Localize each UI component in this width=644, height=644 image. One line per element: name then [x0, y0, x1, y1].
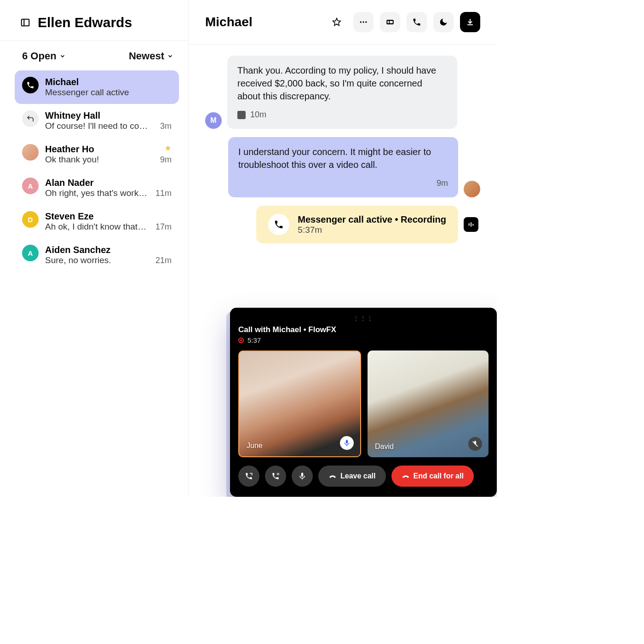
conversation-item[interactable]: Heather Ho Ok thank you! ★ 9m — [15, 138, 179, 171]
participant-tile[interactable]: June — [238, 351, 361, 457]
conversation-item[interactable]: Whitney Hall Of course! I'll need to co…… — [15, 104, 179, 138]
conversation-title: Michael — [205, 15, 320, 29]
panel-icon[interactable] — [20, 17, 30, 28]
ellipsis-icon — [359, 17, 368, 27]
conversation-preview: Sure, no worries. — [45, 255, 172, 265]
archive-icon — [466, 17, 475, 27]
conversation-preview: Ah ok, I didn't know that… — [45, 222, 172, 232]
close-conversation-button[interactable] — [460, 12, 480, 32]
svg-rect-11 — [471, 223, 472, 227]
svg-point-3 — [360, 21, 362, 23]
star-icon: ★ — [164, 143, 172, 153]
sort-filter[interactable]: Newest — [129, 50, 173, 62]
conversation-name: Alan Nader — [45, 178, 172, 188]
conversation-list: Michael Messenger call active Whitney Ha… — [0, 68, 188, 272]
hangup-icon — [402, 472, 410, 480]
ticket-button[interactable] — [380, 12, 400, 32]
participant-name: David — [375, 443, 394, 451]
svg-marker-2 — [333, 18, 341, 26]
message-text: I understand your concern. It might be e… — [238, 145, 448, 171]
participant-tiles: June David — [238, 351, 489, 457]
avatar: A — [22, 245, 39, 261]
inbox-owner: Ellen Edwards — [38, 15, 132, 30]
phone-outgoing-icon — [245, 472, 253, 480]
conversation-time: 21m — [155, 256, 172, 265]
sidebar: Ellen Edwards 6 Open Newest Michael Mess… — [0, 0, 189, 497]
app-badge-icon — [464, 217, 478, 232]
mute-button[interactable] — [292, 466, 313, 487]
conversation-item[interactable]: Michael Messenger call active — [15, 70, 179, 104]
avatar: D — [22, 211, 39, 228]
svg-point-5 — [365, 21, 367, 23]
call-window-title: Call with Michael • FlowFX — [238, 325, 489, 334]
avatar: A — [22, 178, 39, 194]
microphone-icon — [340, 436, 354, 450]
more-button[interactable] — [353, 12, 374, 32]
call-controls: Leave call End call for all — [238, 466, 489, 487]
conversation-preview: Messenger call active — [45, 87, 172, 98]
message-incoming: M Thank you. According to my policy, I s… — [205, 56, 480, 129]
phone-icon — [268, 214, 289, 235]
conversation-preview: Ok thank you! — [45, 155, 172, 165]
end-call-label: End call for all — [414, 472, 464, 480]
message-outgoing: I understand your concern. It might be e… — [205, 137, 480, 197]
conversation-preview: Oh right, yes that's work… — [45, 188, 172, 198]
call-window: ⋮⋮⋮ Call with Michael • FlowFX 5:37 June… — [230, 308, 497, 497]
chevron-down-icon — [59, 53, 66, 59]
svg-rect-12 — [472, 224, 473, 226]
svg-rect-14 — [277, 473, 278, 475]
svg-rect-15 — [278, 473, 279, 475]
conversation-item[interactable]: A Aiden Sanchez Sure, no worries. 21m — [15, 238, 179, 272]
hangup-icon — [328, 472, 337, 480]
chevron-down-icon — [167, 53, 173, 59]
open-filter-label: 6 Open — [22, 50, 57, 62]
message-time: 10m — [250, 109, 266, 121]
call-recording-status: 5:37 — [238, 336, 489, 344]
conversation-item[interactable]: D Steven Eze Ah ok, I didn't know that… … — [15, 205, 179, 238]
conversation-name: Aiden Sanchez — [45, 245, 172, 255]
microphone-icon — [298, 472, 306, 480]
leave-call-label: Leave call — [340, 472, 376, 480]
sidebar-header: Ellen Edwards — [0, 0, 188, 41]
phone-pause-icon — [271, 472, 280, 480]
record-icon — [238, 338, 244, 343]
svg-rect-0 — [22, 19, 29, 26]
leave-call-button[interactable]: Leave call — [318, 466, 386, 487]
conversation-header: Michael — [189, 0, 497, 45]
call-duration: 5:37 — [247, 336, 261, 344]
conversation-name: Whitney Hall — [45, 110, 172, 121]
drag-handle[interactable]: ⋮⋮⋮ — [238, 315, 489, 322]
transfer-call-button[interactable] — [238, 466, 259, 487]
conversation-preview: Of course! I'll need to co… — [45, 121, 172, 131]
message-text: Thank you. According to my policy, I sho… — [237, 64, 447, 103]
moon-icon — [439, 17, 448, 27]
svg-rect-10 — [469, 224, 470, 226]
phone-icon — [412, 17, 421, 27]
end-call-button[interactable]: End call for all — [391, 466, 474, 487]
conversation-time: 9m — [160, 155, 172, 165]
conversation-time: 11m — [155, 189, 172, 198]
conversation-name: Heather Ho — [45, 144, 172, 155]
conversation-item[interactable]: A Alan Nader Oh right, yes that's work… … — [15, 171, 179, 205]
hold-call-button[interactable] — [265, 466, 286, 487]
participant-tile[interactable]: David — [368, 351, 489, 457]
message-time: 9m — [437, 178, 448, 189]
star-button[interactable] — [327, 12, 347, 32]
snooze-button[interactable] — [433, 12, 454, 32]
call-button[interactable] — [407, 12, 427, 32]
participant-name: June — [247, 442, 263, 450]
conversation-name: Steven Eze — [45, 211, 172, 222]
message-bubble: I understand your concern. It might be e… — [228, 137, 458, 197]
call-status-title: Messenger call active • Recording — [298, 214, 446, 225]
conversation-time: 3m — [160, 121, 172, 131]
call-status-time: 5:37m — [298, 225, 446, 235]
phone-icon — [22, 77, 39, 93]
sidebar-filters: 6 Open Newest — [0, 41, 188, 68]
conversation-time: 17m — [155, 222, 172, 232]
star-icon — [332, 17, 341, 27]
reply-icon — [22, 110, 39, 127]
conversation-pane: Michael M Thank y — [189, 0, 497, 497]
call-status-card[interactable]: Messenger call active • Recording 5:37m — [256, 206, 458, 243]
avatar — [22, 144, 39, 161]
open-filter[interactable]: 6 Open — [22, 50, 66, 62]
